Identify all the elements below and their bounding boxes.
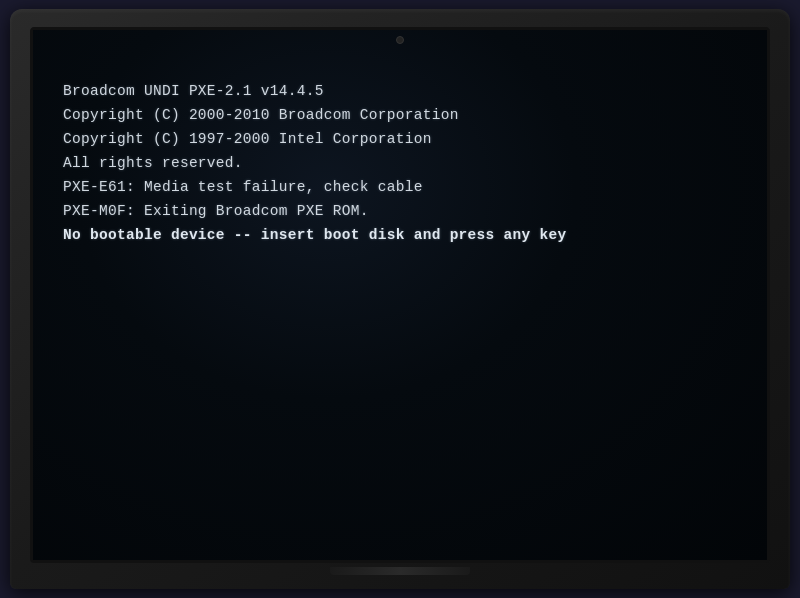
camera (396, 36, 404, 44)
bios-line-4: All rights reserved. (63, 152, 737, 176)
bios-line-5: PXE-E61: Media test failure, check cable (63, 176, 737, 200)
laptop-chin (330, 567, 470, 575)
bios-line-7: No bootable device -- insert boot disk a… (63, 224, 737, 248)
bios-line-1: Broadcom UNDI PXE-2.1 v14.4.5 (63, 80, 737, 104)
laptop-frame: Broadcom UNDI PXE-2.1 v14.4.5 Copyright … (10, 9, 790, 589)
bios-line-2: Copyright (C) 2000-2010 Broadcom Corpora… (63, 104, 737, 128)
screen-content: Broadcom UNDI PXE-2.1 v14.4.5 Copyright … (33, 30, 767, 560)
bios-line-3: Copyright (C) 1997-2000 Intel Corporatio… (63, 128, 737, 152)
bios-output: Broadcom UNDI PXE-2.1 v14.4.5 Copyright … (63, 80, 737, 247)
screen-bezel: Broadcom UNDI PXE-2.1 v14.4.5 Copyright … (30, 27, 770, 563)
bios-line-6: PXE-M0F: Exiting Broadcom PXE ROM. (63, 200, 737, 224)
